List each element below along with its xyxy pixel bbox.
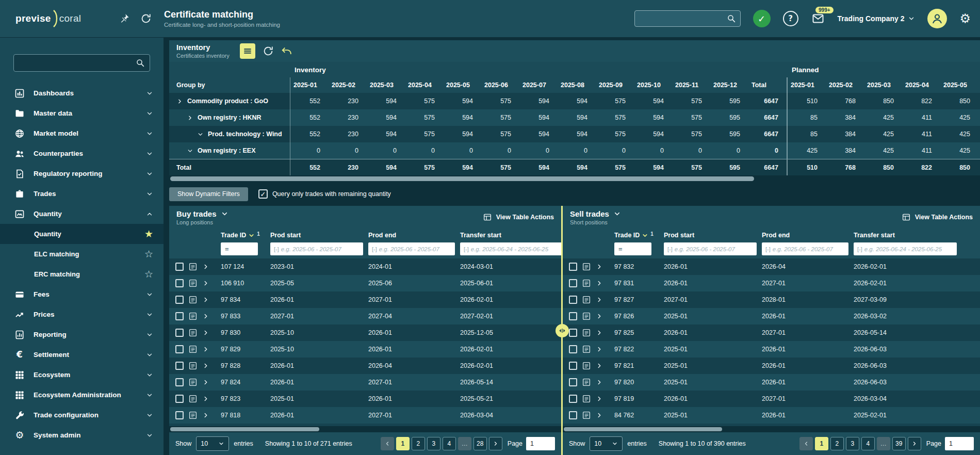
sell-trade-row[interactable]: 97 8322026-012026-042026-02-01 [563,258,980,275]
buy-trade-row[interactable]: 97 8342026-012027-012026-02-01 [169,291,561,308]
chevron-right-icon[interactable] [202,313,209,320]
sidebar-item-trade-configuration[interactable]: Trade configuration [0,405,164,425]
sidebar-item-counterparties[interactable]: Counterparties [0,143,164,164]
buy-page-number-input[interactable] [526,437,555,450]
sidebar-subitem-quantity[interactable]: Quantity★ [0,224,164,244]
chevron-right-icon[interactable] [596,280,603,287]
chevron-right-icon[interactable] [202,280,209,287]
details-icon[interactable] [188,328,198,337]
global-search-input[interactable] [634,10,741,27]
chevron-right-icon[interactable] [596,379,603,386]
row-checkbox[interactable] [569,263,577,271]
next-page-button[interactable] [489,437,502,450]
column-header-trade-id[interactable]: Trade ID1 [221,232,270,239]
status-ok-icon[interactable]: ✓ [753,10,771,27]
chevron-right-icon[interactable] [596,346,603,353]
buy-trade-row[interactable]: 97 8242026-012027-012026-05-14 [169,374,561,391]
chevron-right-icon[interactable] [202,379,209,386]
details-icon[interactable] [582,295,591,304]
sell-trade-row[interactable]: 97 8202025-012026-012026-06-03 [563,374,980,391]
sell-transfer-start-filter-input[interactable] [864,246,953,252]
sell-trade-row[interactable]: 97 8252026-012027-012026-05-14 [563,324,980,341]
chevron-right-icon[interactable] [202,329,209,336]
row-checkbox[interactable] [569,378,577,386]
details-icon[interactable] [188,411,198,420]
page-button-4[interactable]: 4 [861,437,875,450]
row-checkbox[interactable] [175,279,184,287]
details-icon[interactable] [188,378,198,387]
details-icon[interactable] [582,262,591,271]
row-checkbox[interactable] [175,345,184,353]
sell-page-size-select[interactable]: 10 [590,436,623,451]
sell-trade-row[interactable]: 97 8312026-012027-012026-02-01 [563,275,980,291]
chevron-right-icon[interactable] [596,362,603,369]
next-page-button[interactable] [908,437,921,450]
help-icon[interactable]: ? [783,11,798,26]
chevron-right-icon[interactable] [187,115,193,121]
buy-trade-row[interactable]: 97 8332027-012027-042027-02-01 [169,308,561,324]
row-checkbox[interactable] [175,312,184,320]
inventory-refresh-icon[interactable] [263,45,274,57]
row-checkbox[interactable] [175,378,184,386]
details-icon[interactable] [582,279,591,288]
sidebar-search-input[interactable] [13,54,150,72]
column-header-prod-end[interactable]: Prod end [368,232,460,239]
chevron-right-icon[interactable] [596,296,603,303]
row-checkbox[interactable] [569,279,577,287]
row-checkbox[interactable] [175,411,184,419]
sell-trade-row[interactable]: 84 7622025-012026-012025-02-01 [563,407,980,424]
page-button-39[interactable]: 39 [892,437,906,450]
sell-page-number-input[interactable] [945,437,974,450]
buy-trade-id-filter-input[interactable] [221,242,258,255]
column-header-prod-start[interactable]: Prod start [664,232,762,239]
inventory-horizontal-scrollbar[interactable] [169,175,980,182]
sidebar-item-reporting[interactable]: Reporting [0,324,164,345]
scrollbar-thumb[interactable] [170,427,319,431]
sell-horizontal-scrollbar[interactable] [563,426,980,432]
page-button-3[interactable]: 3 [427,437,440,450]
sidebar-item-market-model[interactable]: Market model [0,123,164,143]
company-selector[interactable]: Trading Company 2 [838,14,916,23]
buy-trade-row[interactable]: 97 8302025-102026-012025-12-05 [169,324,561,341]
notifications-button[interactable]: 999+ [811,12,825,25]
scrollbar-thumb[interactable] [170,176,754,181]
chevron-right-icon[interactable] [202,362,209,369]
details-icon[interactable] [582,411,591,420]
page-button-1[interactable]: 1 [815,437,828,450]
sidebar-item-settlement[interactable]: €Settlement [0,345,164,365]
sidebar-subitem-elc-matching[interactable]: ELC matching☆ [0,244,164,264]
inventory-undo-icon[interactable] [281,45,292,57]
page-button-2[interactable]: 2 [830,437,844,450]
chevron-right-icon[interactable] [202,263,209,270]
column-header-prod-end[interactable]: Prod end [762,232,854,239]
details-icon[interactable] [188,295,198,304]
column-header-prod-start[interactable]: Prod start [270,232,368,239]
page-button-4[interactable]: 4 [443,437,456,450]
buy-trade-row[interactable]: 97 8182026-012027-012026-03-04 [169,407,561,424]
column-header-trade-id[interactable]: Trade ID1 [614,232,664,239]
chevron-right-icon[interactable] [202,412,209,419]
buy-prod-end-filter-input[interactable] [379,246,451,252]
details-icon[interactable] [582,312,591,321]
details-icon[interactable] [582,345,591,354]
page-button-1[interactable]: 1 [396,437,410,450]
chevron-right-icon[interactable] [202,395,209,402]
star-outline-icon[interactable]: ☆ [144,249,153,259]
sidebar-item-fees[interactable]: Fees [0,284,164,304]
details-icon[interactable] [188,279,198,288]
pagination-ellipsis[interactable]: … [458,437,471,450]
view-table-actions-button[interactable]: View Table Actions [902,213,973,222]
row-checkbox[interactable] [569,345,577,353]
buy-trade-row[interactable]: 106 9102025-052025-062025-06-01 [169,275,561,291]
sidebar-item-ecosystem-administration[interactable]: Ecosystem Administration [0,385,164,405]
chevron-right-icon[interactable] [596,313,603,320]
chevron-right-icon[interactable] [596,329,603,336]
previous-page-button[interactable] [381,437,394,450]
chevron-down-icon[interactable] [197,131,204,138]
sell-trade-row[interactable]: 97 8262025-012026-012026-03-02 [563,308,980,324]
sell-trade-row[interactable]: 97 8192026-012027-012026-03-04 [563,391,980,407]
chevron-down-icon[interactable] [187,148,193,154]
details-icon[interactable] [582,328,591,337]
sidebar-item-system-admin[interactable]: ⚙System admin [0,425,164,445]
chevron-right-icon[interactable] [202,346,209,353]
